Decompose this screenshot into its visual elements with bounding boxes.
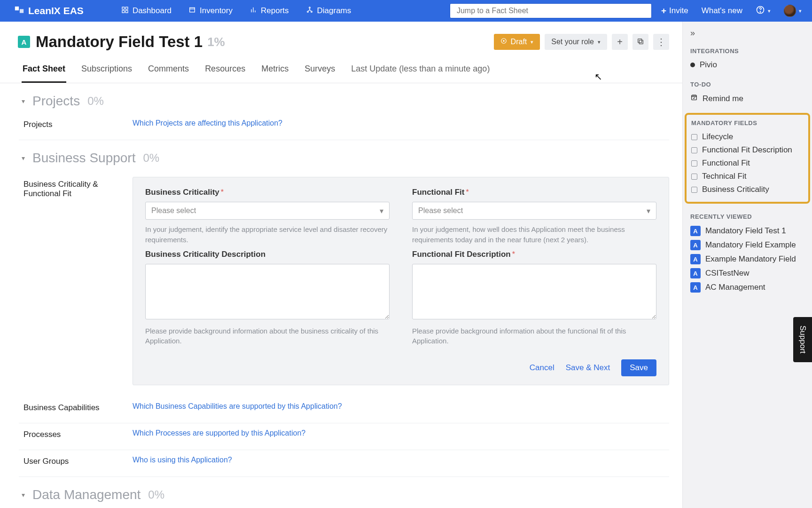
inventory-icon xyxy=(188,6,196,16)
tab-factsheet[interactable]: Fact Sheet xyxy=(22,59,66,83)
rv-item[interactable]: AExample Mandatory Field xyxy=(690,252,804,266)
factsheet-tabs: Fact Sheet Subscriptions Comments Resour… xyxy=(0,51,682,83)
mf-item[interactable]: Lifecycle xyxy=(691,130,804,143)
invite-link[interactable]: + Invite xyxy=(661,6,688,16)
checkbox-icon xyxy=(691,147,697,153)
calendar-icon xyxy=(690,94,698,103)
ffdesc-label: Functional Fit Description xyxy=(412,250,511,259)
search-input[interactable] xyxy=(450,3,652,18)
tab-metrics-label: Metrics xyxy=(261,64,289,73)
row-bc-question[interactable]: Which Business Capabilities are supporte… xyxy=(133,402,342,413)
add-button[interactable]: + xyxy=(612,34,628,50)
completion-pct: 1% xyxy=(207,35,225,49)
whats-new-link[interactable]: What's new xyxy=(702,6,742,16)
tab-comments[interactable]: Comments xyxy=(147,59,190,83)
plus-icon: + xyxy=(661,6,666,16)
mandatory-fields-box: MANDATORY FIELDS Lifecycle Functional Fi… xyxy=(685,113,810,204)
tab-metrics[interactable]: Metrics xyxy=(260,59,289,83)
svg-point-9 xyxy=(311,11,312,12)
row-business-capabilities: Business Capabilities Which Business Cap… xyxy=(19,397,669,423)
page-title: Mandatory Field Test 1 xyxy=(36,33,203,51)
svg-rect-0 xyxy=(15,7,19,10)
svg-point-11 xyxy=(760,11,760,12)
mf-item[interactable]: Technical Fit xyxy=(691,170,804,183)
support-tab[interactable]: Support xyxy=(793,317,812,362)
help-menu[interactable]: ▾ xyxy=(756,5,771,17)
bcdesc-label: Business Criticality Description xyxy=(145,250,265,259)
integration-pivio[interactable]: Pivio xyxy=(690,58,804,71)
quality-seal-button[interactable]: Draft ▾ xyxy=(494,34,540,50)
row-ug-question[interactable]: Who is using this Application? xyxy=(133,456,232,466)
save-button[interactable]: Save xyxy=(621,359,656,376)
more-menu-button[interactable]: ⋮ xyxy=(653,34,669,50)
profile-menu[interactable]: ▾ xyxy=(784,5,802,17)
section-data-mgmt-header[interactable]: ▾ Data Management 0% xyxy=(19,477,669,502)
nav-inventory[interactable]: Inventory xyxy=(188,6,233,16)
bcdesc-textarea[interactable] xyxy=(145,264,390,319)
rv-item[interactable]: AAC Management xyxy=(690,280,804,294)
section-business-support-header[interactable]: ▾ Business Support 0% xyxy=(19,140,669,170)
rv-label: AC Management xyxy=(705,283,765,292)
svg-rect-15 xyxy=(638,39,642,42)
draft-status-icon xyxy=(500,38,507,46)
copy-button[interactable] xyxy=(632,34,648,50)
svg-rect-14 xyxy=(639,40,643,44)
tab-subscriptions[interactable]: Subscriptions xyxy=(80,59,133,83)
bc-label: Business Criticality xyxy=(145,188,219,197)
last-update-label: Last Update (less than a minute ago) xyxy=(351,64,490,73)
tab-resources-label: Resources xyxy=(205,64,245,73)
chevron-down-icon: ▾ xyxy=(647,206,650,215)
whats-new-label: What's new xyxy=(702,6,742,16)
bc-help: In your judgement, identify the appropri… xyxy=(145,224,390,245)
page-actions: Draft ▾ Set your role ▾ + ⋮ xyxy=(494,34,669,50)
row-projects: Projects Which Projects are affecting th… xyxy=(19,113,669,140)
nav-dashboard[interactable]: Dashboard xyxy=(121,6,172,16)
tab-surveys[interactable]: Surveys xyxy=(304,59,336,83)
section-data-mgmt-pct: 0% xyxy=(148,488,164,501)
rv-item[interactable]: AMandatory Field Example xyxy=(690,238,804,252)
remind-me-label: Remind me xyxy=(703,94,743,103)
reports-icon xyxy=(250,6,257,16)
row-projects-label: Projects xyxy=(23,119,133,129)
top-nav: LeanIX EAS Dashboard Inventory Reports D… xyxy=(0,0,812,22)
section-projects-header[interactable]: ▾ Projects 0% xyxy=(19,83,669,113)
chevron-down-icon: ▾ xyxy=(531,39,533,45)
row-proc-question[interactable]: Which Processes are supported by this Ap… xyxy=(133,429,305,439)
mf-item[interactable]: Functional Fit xyxy=(691,157,804,170)
draft-label: Draft xyxy=(511,38,527,46)
svg-point-8 xyxy=(307,11,308,12)
nav-diagrams[interactable]: Diagrams xyxy=(306,6,351,16)
chevron-down-icon: ▾ xyxy=(768,8,771,14)
tab-resources[interactable]: Resources xyxy=(204,59,246,83)
mf-item[interactable]: Functional Fit Description xyxy=(691,143,804,157)
field-business-criticality: Business Criticality* Please select ▾ In… xyxy=(145,188,390,245)
tab-comments-label: Comments xyxy=(148,64,189,73)
ff-select[interactable]: Please select ▾ xyxy=(412,202,656,220)
bc-select[interactable]: Please select ▾ xyxy=(145,202,390,220)
svg-rect-2 xyxy=(122,7,125,9)
last-update-info: Last Update (less than a minute ago) xyxy=(350,59,491,83)
chevron-double-right-icon: » xyxy=(690,28,695,38)
ffdesc-textarea[interactable] xyxy=(412,264,656,319)
svg-rect-16 xyxy=(692,95,697,100)
section-business-support-pct: 0% xyxy=(143,151,159,165)
section-projects-title: Projects xyxy=(32,94,80,109)
ff-help: In your judgement, how well does this Ap… xyxy=(412,224,656,245)
invite-label: Invite xyxy=(669,6,688,16)
mf-item[interactable]: Business Criticality xyxy=(691,183,804,196)
rv-label: CSITestNew xyxy=(705,269,750,278)
rv-item[interactable]: AMandatory Field Test 1 xyxy=(690,224,804,238)
todo-remind-me[interactable]: Remind me xyxy=(690,92,804,105)
set-role-button[interactable]: Set your role ▾ xyxy=(545,34,607,50)
rp-todo-heading: TO-DO xyxy=(690,81,804,88)
nav-reports[interactable]: Reports xyxy=(250,6,289,16)
row-projects-question[interactable]: Which Projects are affecting this Applic… xyxy=(133,119,282,129)
rv-item[interactable]: ACSITestNew xyxy=(690,266,804,280)
cancel-button[interactable]: Cancel xyxy=(530,359,554,376)
save-next-button[interactable]: Save & Next xyxy=(566,359,610,376)
mf-label: Business Criticality xyxy=(702,185,769,194)
collapse-panel-button[interactable]: » xyxy=(690,28,804,38)
row-proc-question-text: Which Processes are supported by this Ap… xyxy=(133,429,305,437)
factsheet-body: ▾ Projects 0% Projects Which Projects ar… xyxy=(0,83,682,502)
savenext-label: Save & Next xyxy=(566,363,610,372)
